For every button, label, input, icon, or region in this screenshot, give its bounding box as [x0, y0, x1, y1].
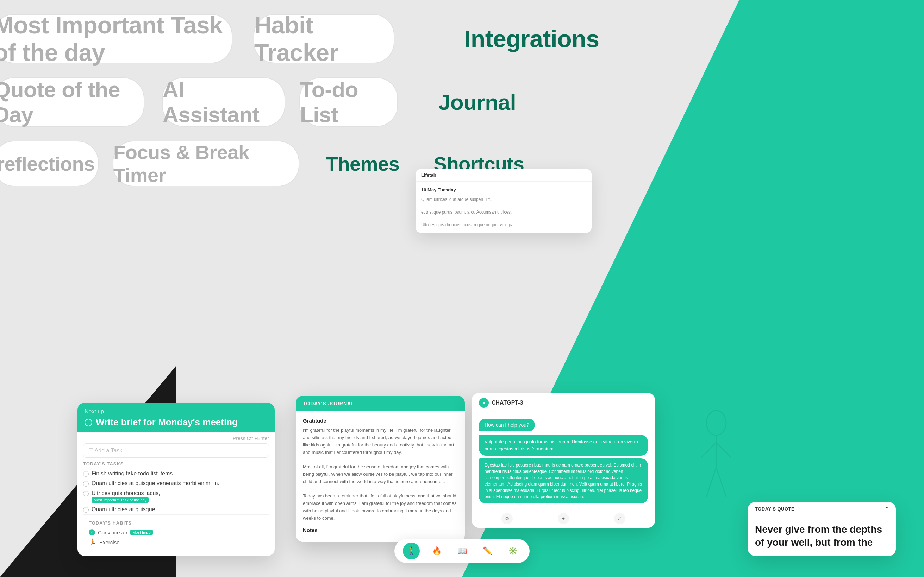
lifetab-app-name: Lifetab — [421, 172, 436, 178]
habit-check-icon: ✓ — [89, 529, 95, 535]
nav-pencil-icon[interactable]: ✏️ — [479, 543, 496, 559]
svg-line-5 — [716, 467, 726, 497]
svg-line-4 — [706, 467, 716, 497]
habit-tag: Most Impo — [130, 530, 152, 535]
screenshots-layer: Next up Write brief for Monday's meeting… — [0, 0, 924, 577]
table-row: Ultrices quis rhoncus lacus, Most Import… — [83, 488, 269, 504]
quote-text: Never give from the depths of your well,… — [755, 524, 882, 548]
quote-header: TODAY'S QUOTE ⌃ — [748, 502, 896, 516]
journal-card: TODAY'S JOURNAL Gratitude I'm grateful f… — [296, 396, 465, 542]
task-checkbox[interactable] — [83, 491, 89, 496]
lifetab-text: Quam ultrices id at arque suspen ultr...… — [421, 196, 586, 228]
chat-settings-icon[interactable]: ⚙ — [501, 513, 513, 524]
main-task-title: Write brief for Monday's meeting — [84, 417, 268, 428]
lifetab-header: Lifetab — [415, 169, 591, 182]
task-section-label: TODAY'S TASKS — [83, 461, 269, 467]
anatomy-illustration — [685, 408, 748, 507]
quote-body: Never give from the depths of your well,… — [748, 516, 896, 556]
svg-line-2 — [701, 443, 716, 458]
chat-card: ● CHATGPT-3 How can I help you? Vulputat… — [472, 393, 655, 528]
chat-star-icon[interactable]: ✦ — [558, 513, 569, 524]
task-checkbox[interactable] — [83, 481, 89, 487]
task-circle-icon — [84, 419, 92, 426]
quote-header-label: TODAY'S QUOTE — [755, 506, 795, 512]
task-card-header: Next up Write brief for Monday's meeting — [78, 403, 275, 432]
response-bubble: Vulputate penatibus justo turpis nisi qu… — [479, 435, 648, 456]
nav-flame-icon[interactable]: 🔥 — [428, 543, 445, 559]
chat-app-icon: ● — [479, 398, 489, 408]
lifetab-card: Lifetab 10 May Tuesday Quam ultrices id … — [415, 169, 591, 233]
chat-body: How can I help you? Vulputate penatibus … — [472, 413, 655, 509]
long-response-bubble: Egestas facilisis posuere risus mauris a… — [479, 458, 648, 503]
nav-branch-icon[interactable]: ✳️ — [504, 543, 521, 559]
task-tag: Most Important Task of the day — [92, 497, 149, 503]
table-row: Quam ultricies at quisque venenatis morb… — [83, 479, 269, 488]
task-card-body: Press Ctrl+Enter ☐ Add a Task... TODAY'S… — [78, 432, 275, 556]
press-hint: Press Ctrl+Enter — [83, 435, 269, 441]
table-row: Quam ultricies at quisque — [83, 504, 269, 514]
next-up-label: Next up — [84, 408, 268, 415]
habit-section: TODAY'S HABITS ✓ Convince a r Most Impo … — [83, 514, 269, 550]
habit-section-label: TODAY'S HABITS — [89, 521, 263, 525]
nav-book-icon[interactable]: 📖 — [454, 543, 470, 559]
bottom-nav: 🚶 🔥 📖 ✏️ ✳️ — [394, 539, 530, 563]
add-task-row[interactable]: ☐ Add a Task... — [83, 443, 269, 458]
chat-header: ● CHATGPT-3 — [472, 393, 655, 413]
chat-footer: ⚙ ✦ ⤢ — [472, 509, 655, 528]
quote-card: TODAY'S QUOTE ⌃ Never give from the dept… — [748, 502, 896, 556]
journal-section-label: Gratitude — [303, 417, 458, 425]
task-checkbox[interactable] — [83, 471, 89, 477]
list-item: ✓ Convince a r Most Impo — [89, 528, 263, 537]
lifetab-date: 10 May Tuesday — [421, 187, 586, 193]
task-card: Next up Write brief for Monday's meeting… — [78, 403, 275, 556]
notes-label: Notes — [303, 526, 458, 534]
svg-line-3 — [716, 443, 731, 458]
greeting-bubble: How can I help you? — [479, 419, 535, 431]
journal-header: TODAY'S JOURNAL — [296, 396, 465, 411]
journal-body: Gratitude I'm grateful for the playful m… — [296, 411, 465, 542]
chat-greeting-bubble: How can I help you? — [479, 419, 648, 435]
chat-app-name: CHATGPT-3 — [491, 400, 523, 406]
habit-run-icon: 🏃 — [89, 538, 97, 546]
nav-person-icon[interactable]: 🚶 — [403, 543, 420, 559]
list-item: 🏃 Exercise — [89, 537, 263, 548]
quote-chevron-icon: ⌃ — [885, 506, 889, 512]
table-row: Finish writing fake todo list items — [83, 469, 269, 479]
svg-point-0 — [706, 411, 726, 435]
journal-text: I'm grateful for the playful moments in … — [303, 427, 458, 522]
chat-expand-icon[interactable]: ⤢ — [614, 513, 625, 524]
task-checkbox[interactable] — [83, 507, 89, 513]
lifetab-body: 10 May Tuesday Quam ultrices id at arque… — [415, 182, 591, 233]
